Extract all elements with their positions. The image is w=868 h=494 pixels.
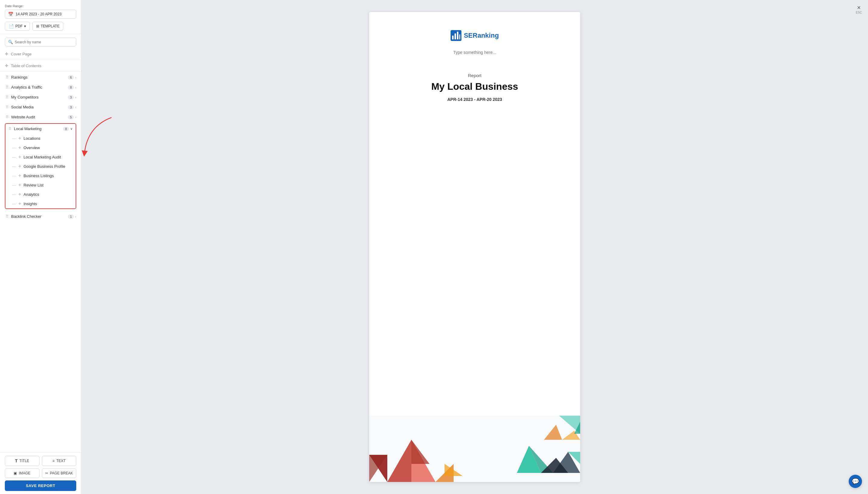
cover-page-label: Cover Page xyxy=(11,52,32,56)
analytics-traffic-label: Analytics & Traffic xyxy=(11,85,68,90)
insert-row-2: ▣ IMAGE ✂ PAGE BREAK xyxy=(5,469,76,478)
page-top: SERanking Report My Local Business APR-1… xyxy=(369,12,580,416)
analytics-label: Analytics xyxy=(23,192,39,197)
close-icon: ✕ xyxy=(857,5,861,11)
date-range-value: 14 APR 2023 - 20 APR 2023 xyxy=(16,12,61,16)
drag-icon: ⠿ xyxy=(6,85,9,90)
sidebar-top: Date Range: 📅 14 APR 2023 - 20 APR 2023 … xyxy=(0,0,81,34)
sub-drag-icon: ✚ xyxy=(18,183,21,187)
title-label: TITLE xyxy=(19,459,29,463)
sidebar-item-local-marketing-audit[interactable]: — ✚ Local Marketing Audit xyxy=(5,152,76,162)
logo-ranking: Ranking xyxy=(473,32,499,39)
drag-icon: ✚ xyxy=(5,63,8,68)
sub-drag-icon: ✚ xyxy=(18,192,21,196)
insert-row-1: T TITLE ≡ TEXT xyxy=(5,456,76,466)
chevron-right-icon: › xyxy=(75,95,76,99)
save-report-button[interactable]: SAVE REPORT xyxy=(5,480,76,491)
close-button[interactable]: ✕ ESC xyxy=(856,5,862,14)
sidebar-item-insights[interactable]: — ✚ Insights xyxy=(5,199,76,208)
rankings-badge: 6 xyxy=(68,75,74,79)
local-marketing-group: ⠿ Local Marketing 8 ∨ — ✚ Locations — ✚ … xyxy=(5,123,76,209)
pdf-dropdown-icon: ▾ xyxy=(24,24,26,28)
sidebar: Date Range: 📅 14 APR 2023 - 20 APR 2023 … xyxy=(0,0,81,494)
website-audit-badge: 5 xyxy=(68,115,74,119)
date-range-button[interactable]: 📅 14 APR 2023 - 20 APR 2023 xyxy=(5,10,76,19)
scissors-icon: ✂ xyxy=(45,471,48,475)
image-button[interactable]: ▣ IMAGE xyxy=(5,469,39,478)
logo-text: SERanking xyxy=(464,32,499,39)
review-list-label: Review List xyxy=(23,183,43,187)
sub-drag-icon: ✚ xyxy=(18,202,21,206)
export-row: 📄 PDF ▾ ⊞ TEMPLATE xyxy=(5,22,76,31)
sidebar-item-my-competitors[interactable]: ⠿ My Competitors 3 › xyxy=(0,92,81,102)
sidebar-item-analytics[interactable]: — ✚ Analytics xyxy=(5,190,76,199)
pdf-label: PDF xyxy=(15,24,23,28)
sub-drag-icon: ✚ xyxy=(18,155,21,159)
dash-separator: — xyxy=(12,173,16,178)
drag-icon: ⠿ xyxy=(6,95,9,99)
pdf-button[interactable]: 📄 PDF ▾ xyxy=(5,22,30,31)
local-marketing-badge: 8 xyxy=(63,127,69,131)
template-label: TEMPLATE xyxy=(41,24,59,28)
dash-separator: — xyxy=(12,155,16,159)
website-audit-label: Website Audit xyxy=(11,115,68,119)
sidebar-item-backlink-checker[interactable]: ⠿ Backlink Checker 1 › xyxy=(0,211,81,222)
my-competitors-badge: 3 xyxy=(68,95,74,99)
drag-icon: ⠿ xyxy=(6,115,9,119)
template-button[interactable]: ⊞ TEMPLATE xyxy=(32,22,63,31)
tagline-input[interactable] xyxy=(381,50,568,55)
svg-rect-1 xyxy=(452,36,454,39)
chevron-right-icon: › xyxy=(75,76,76,79)
sidebar-item-table-of-contents[interactable]: ✚ Table of Contents xyxy=(0,60,81,71)
esc-label: ESC xyxy=(856,11,862,14)
image-icon: ▣ xyxy=(14,471,17,475)
sub-drag-icon: ✚ xyxy=(18,165,21,168)
sidebar-item-analytics-traffic[interactable]: ⠿ Analytics & Traffic 8 › xyxy=(0,82,81,92)
svg-rect-2 xyxy=(455,34,456,39)
pdf-icon: 📄 xyxy=(9,24,14,28)
sidebar-item-locations[interactable]: — ✚ Locations xyxy=(5,134,76,143)
page-break-button[interactable]: ✂ PAGE BREAK xyxy=(42,469,77,478)
svg-marker-5 xyxy=(387,440,411,482)
svg-rect-3 xyxy=(457,32,458,39)
sidebar-item-website-audit[interactable]: ⠿ Website Audit 5 › xyxy=(0,112,81,122)
svg-rect-4 xyxy=(459,34,460,39)
chat-button[interactable]: 💬 xyxy=(849,475,862,488)
google-business-profile-label: Google Business Profile xyxy=(23,164,66,169)
page-break-label: PAGE BREAK xyxy=(50,471,73,475)
toc-label: Table of Contents xyxy=(11,63,41,68)
main-content: ✕ ESC SERanking Report xyxy=(81,0,868,494)
svg-marker-17 xyxy=(544,425,562,440)
se-ranking-logo-icon xyxy=(450,30,461,41)
sub-drag-icon: ✚ xyxy=(18,146,21,150)
sub-drag-icon: ✚ xyxy=(18,174,21,178)
search-box[interactable]: 🔍 xyxy=(5,38,76,46)
sidebar-item-cover-page[interactable]: ✚ Cover Page xyxy=(0,49,81,59)
image-label: IMAGE xyxy=(19,471,31,475)
local-marketing-label: Local Marketing xyxy=(14,127,63,131)
sidebar-item-local-marketing[interactable]: ⠿ Local Marketing 8 ∨ xyxy=(5,124,76,134)
dash-separator: — xyxy=(12,192,16,197)
backlink-checker-badge: 1 xyxy=(68,214,74,219)
text-button[interactable]: ≡ TEXT xyxy=(42,456,77,466)
sidebar-item-rankings[interactable]: ⠿ Rankings 6 › xyxy=(0,72,81,82)
report-page: SERanking Report My Local Business APR-1… xyxy=(369,12,580,482)
sidebar-item-business-listings[interactable]: — ✚ Business Listings xyxy=(5,171,76,180)
analytics-traffic-badge: 8 xyxy=(68,85,74,90)
dash-separator: — xyxy=(12,202,16,206)
overview-label: Overview xyxy=(23,146,40,150)
chat-icon: 💬 xyxy=(852,478,859,485)
insights-label: Insights xyxy=(23,202,37,206)
sidebar-item-overview[interactable]: — ✚ Overview xyxy=(5,143,76,152)
sidebar-footer: T TITLE ≡ TEXT ▣ IMAGE ✂ PAGE BREAK SAVE… xyxy=(0,452,81,494)
chevron-right-icon: › xyxy=(75,215,76,218)
search-input[interactable] xyxy=(15,40,73,44)
sidebar-item-review-list[interactable]: — ✚ Review List xyxy=(5,180,76,190)
title-button[interactable]: T TITLE xyxy=(5,456,39,466)
svg-marker-8 xyxy=(411,440,429,464)
business-listings-label: Business Listings xyxy=(23,173,54,178)
local-marketing-sub-list: — ✚ Locations — ✚ Overview — ✚ Local Mar… xyxy=(5,134,76,208)
sidebar-item-social-media[interactable]: ⠿ Social Media 3 › xyxy=(0,102,81,112)
sidebar-item-google-business-profile[interactable]: — ✚ Google Business Profile xyxy=(5,162,76,171)
local-marketing-audit-label: Local Marketing Audit xyxy=(23,155,61,159)
